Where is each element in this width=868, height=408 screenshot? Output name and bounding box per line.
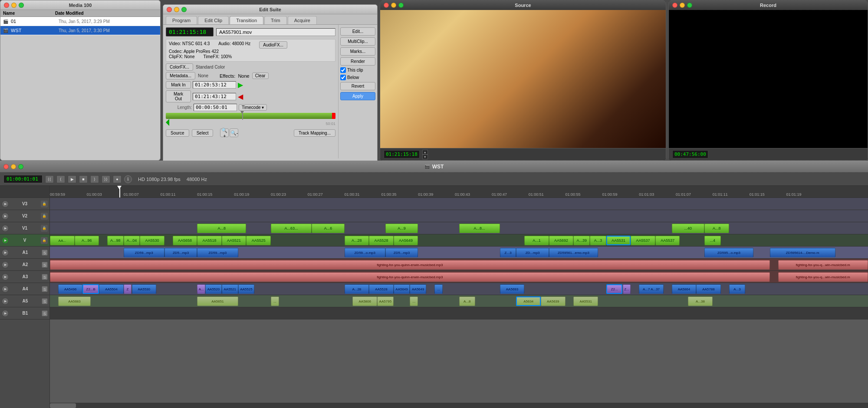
colorfx-button[interactable]: ColorFX... <box>166 63 193 71</box>
record-timecode[interactable]: 00:47:56:00 <box>672 150 708 158</box>
clip[interactable]: A...8 <box>459 296 476 306</box>
close-btn[interactable] <box>3 164 9 169</box>
this-clip-checkbox[interactable] <box>340 67 346 73</box>
track-play-a3[interactable]: ▶ <box>2 273 9 280</box>
clip[interactable]: A...28 <box>345 236 369 245</box>
clip[interactable]: Z2... <box>606 284 623 294</box>
min-btn[interactable] <box>391 3 396 8</box>
horizontal-scrollbar[interactable] <box>50 403 868 408</box>
clip[interactable]: AA5639 <box>541 296 566 306</box>
close-btn[interactable] <box>167 7 172 12</box>
clip[interactable]: fighting-for-you-quinn-erwin-musicbed.mp… <box>50 260 770 270</box>
min-btn[interactable] <box>174 7 179 12</box>
clip[interactable]: A...63... <box>271 224 312 233</box>
clip[interactable]: AA5496 <box>58 284 83 294</box>
track-play-a4[interactable]: ▶ <box>2 286 9 293</box>
clip[interactable]: AA5530 <box>132 284 157 294</box>
max-btn[interactable] <box>19 3 24 8</box>
clip[interactable]: A... <box>197 284 205 294</box>
track-row-a5[interactable]: AA5683 AA5651 ... AA5806 AA5795 ... A...… <box>50 295 868 307</box>
audiofx-button[interactable]: AudioFX... <box>259 41 287 49</box>
track-s-b1[interactable]: S <box>42 310 48 316</box>
clip[interactable]: fighting-for-you-q...win-musicbed.m <box>778 272 868 282</box>
source-tc-stepper[interactable]: ▲ ▼ <box>422 150 428 159</box>
track-row-v2[interactable] <box>50 210 868 222</box>
track-mapping-button[interactable]: Track Mapping... <box>294 129 335 137</box>
clip[interactable]: Z...3 <box>500 248 516 257</box>
clip[interactable]: ZD59...mp3 <box>124 248 164 257</box>
close-btn[interactable] <box>672 3 677 8</box>
tab-program[interactable]: Program <box>166 16 197 24</box>
clip[interactable]: ZD5...mp3 <box>164 248 197 257</box>
tc-mode-button[interactable]: Timecode ▾ <box>239 104 267 111</box>
clip[interactable]: Z <box>124 284 132 294</box>
clip[interactable]: A...3 <box>729 284 746 294</box>
close-btn[interactable] <box>384 3 389 8</box>
min-btn[interactable] <box>680 3 685 8</box>
scrollbar-thumb[interactable] <box>50 403 76 408</box>
clip[interactable]: AA5683 <box>58 296 91 306</box>
track-play-v2[interactable]: ▶ <box>2 213 9 220</box>
track-play-v1[interactable]: ▶ <box>2 225 9 232</box>
track-row-a1[interactable]: ZD59...mp3 ZD5...mp3 ZD59...mp3 ZD59...o… <box>50 247 868 259</box>
clip[interactable]: ZD59...o.mp3 <box>345 248 385 257</box>
clip[interactable]: A...96 <box>75 236 99 245</box>
clip[interactable]: AA5531 <box>573 296 598 306</box>
tc-down[interactable]: ▼ <box>422 155 428 159</box>
mark-in-value[interactable] <box>193 81 236 89</box>
transport-fwd-frame[interactable]: ⟩ <box>90 175 99 183</box>
mark-in-button[interactable]: Mark In <box>166 81 191 89</box>
revert-button[interactable]: Revert <box>340 82 375 90</box>
clip[interactable]: AA5806 <box>352 296 377 306</box>
track-s-a3[interactable]: S <box>42 274 48 280</box>
clip[interactable]: AA5528 <box>369 284 394 294</box>
clip[interactable]: AA5521 <box>222 284 238 294</box>
mark-out-value[interactable] <box>193 93 236 100</box>
clip[interactable]: A...6 <box>312 224 344 233</box>
clip[interactable]: fighting-for-you-q...win-musicbed.m <box>778 260 868 270</box>
clip[interactable]: AA5521 <box>222 236 247 245</box>
track-lock-v3[interactable]: 🔒 <box>41 201 48 207</box>
track-s-a5[interactable]: S <box>42 298 48 304</box>
clip[interactable]: AA5525 <box>238 284 255 294</box>
clip[interactable]: A5634 <box>516 296 541 306</box>
track-lock-v1[interactable]: 🔒 <box>41 225 48 232</box>
transport-fwd[interactable]: ⟩⟩ <box>102 175 110 183</box>
tab-acquire[interactable]: Acquire <box>288 16 317 24</box>
apply-button[interactable]: Apply <box>340 92 375 100</box>
clear-button[interactable]: Clear <box>252 72 269 79</box>
clip[interactable]: ZD595614-...Demo.m <box>770 248 835 257</box>
clip[interactable]: AA... <box>50 236 75 245</box>
render-button[interactable]: Render <box>340 57 375 66</box>
transport-back-frame[interactable]: ⟨ <box>56 175 65 183</box>
track-row-b1[interactable] <box>50 307 868 319</box>
clip[interactable]: Z2...B <box>82 284 99 294</box>
metadata-button[interactable]: Metadata... <box>166 72 195 79</box>
clip[interactable]: AA5530 <box>140 236 164 245</box>
tab-trim[interactable]: Trim <box>264 16 287 24</box>
clip[interactable]: AA5693 <box>500 284 525 294</box>
length-value[interactable] <box>194 104 237 111</box>
source-button[interactable]: Source <box>166 129 189 137</box>
transport-record[interactable]: ● <box>113 175 122 183</box>
clip[interactable]: ZD595...o.mp3 <box>704 248 753 257</box>
clip[interactable]: A...39 <box>573 236 590 245</box>
clip[interactable]: A...04 <box>124 236 140 245</box>
clip[interactable]: AA5649 <box>394 236 418 245</box>
clip[interactable]: A...38 <box>688 296 713 306</box>
clip[interactable]: ...40 <box>672 224 704 233</box>
clip[interactable]: AA5864 <box>672 284 697 294</box>
clip[interactable]: A...28 <box>345 284 369 294</box>
track-s-a2[interactable]: S <box>42 262 48 268</box>
clip[interactable]: A...8 <box>197 224 246 233</box>
track-row-a3[interactable]: fighting-for-you-quinn-erwin-musicbed.mp… <box>50 271 868 283</box>
track-play-a2[interactable]: ▶ <box>2 261 9 268</box>
clip[interactable]: AA5658 <box>173 236 197 245</box>
clip[interactable]: A...8... <box>459 224 500 233</box>
clip[interactable]: A...9 <box>385 224 418 233</box>
zoom-in-button[interactable]: 🔍+ <box>220 128 229 137</box>
clip[interactable]: AA5504 <box>99 284 124 294</box>
edit-button[interactable]: Edit... <box>340 27 375 36</box>
info-icon[interactable]: ℹ <box>124 175 132 183</box>
list-item[interactable]: 🎬 01 Thu, Jan 5, 2017, 3:29 PM <box>0 17 160 26</box>
